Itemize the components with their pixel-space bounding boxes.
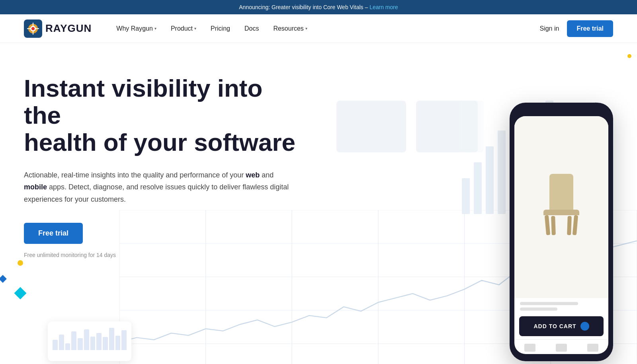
- svg-rect-11: [498, 130, 506, 214]
- navbar: RAYGUN Why Raygun ▾ Product ▾ Pricing Do…: [0, 14, 637, 43]
- nav-pricing[interactable]: Pricing: [205, 22, 236, 35]
- svg-rect-10: [486, 146, 494, 214]
- nav-links: Why Raygun ▾ Product ▾ Pricing Docs Reso…: [111, 22, 539, 35]
- phone-info-line-2: [520, 308, 557, 311]
- chevron-down-icon: ▾: [194, 26, 196, 31]
- nav-free-trial-button[interactable]: Free trial: [567, 20, 613, 37]
- phone-nav-icon-3[interactable]: [587, 344, 598, 352]
- chevron-down-icon: ▾: [305, 26, 307, 31]
- phone-info-line-1: [520, 302, 578, 305]
- hero-description: Actionable, real-time insights into the …: [24, 169, 295, 206]
- phone-frame: ADD TO CART: [510, 103, 613, 361]
- diamond-cyan-left-icon: [14, 287, 26, 299]
- phone-product-info: [514, 298, 608, 313]
- dot-yellow-top-icon: [627, 54, 631, 58]
- announcement-bar: Announcing: Greater visibility into Core…: [0, 0, 637, 14]
- hero-free-trial-button[interactable]: Free trial: [24, 223, 83, 244]
- nav-actions: Sign in Free trial: [539, 20, 613, 37]
- dashboard-mini-chart: [53, 326, 127, 350]
- sign-in-link[interactable]: Sign in: [539, 25, 559, 32]
- hero-content: Instant visibility into the health of yo…: [0, 43, 326, 282]
- svg-point-3: [31, 27, 35, 30]
- logo-text: RAYGUN: [45, 22, 92, 35]
- nav-docs[interactable]: Docs: [239, 22, 264, 35]
- phone-add-to-cart-button[interactable]: ADD TO CART: [519, 316, 604, 336]
- phone-product-image: [514, 116, 608, 298]
- phone-notch: [549, 108, 573, 112]
- dashboard-card: [48, 321, 131, 361]
- chevron-down-icon: ▾: [154, 26, 156, 31]
- mobile-mockup: ADD TO CART: [510, 103, 613, 361]
- nav-product[interactable]: Product ▾: [165, 22, 202, 35]
- nav-why-raygun[interactable]: Why Raygun ▾: [111, 22, 162, 35]
- deco-box-2: [336, 101, 406, 152]
- phone-bottom-nav: [514, 339, 608, 354]
- announcement-link[interactable]: Learn more: [369, 4, 398, 10]
- logo[interactable]: RAYGUN: [24, 19, 92, 38]
- logo-icon: [24, 19, 42, 38]
- phone-nav-icon-1[interactable]: [524, 344, 535, 352]
- phone-cart-dot-icon: [580, 322, 589, 331]
- phone-screen: ADD TO CART: [514, 116, 608, 354]
- announcement-text: Announcing: Greater visibility into Core…: [239, 4, 368, 10]
- svg-rect-8: [462, 178, 470, 214]
- nav-resources[interactable]: Resources ▾: [268, 22, 313, 35]
- hero-title: Instant visibility into the health of yo…: [24, 75, 303, 156]
- phone-nav-icon-2[interactable]: [556, 344, 567, 352]
- free-trial-note: Free unlimited monitoring for 14 days: [24, 252, 303, 258]
- chair-illustration: [537, 175, 585, 239]
- hero-section: Instant visibility into the health of yo…: [0, 43, 637, 364]
- svg-rect-9: [474, 162, 482, 214]
